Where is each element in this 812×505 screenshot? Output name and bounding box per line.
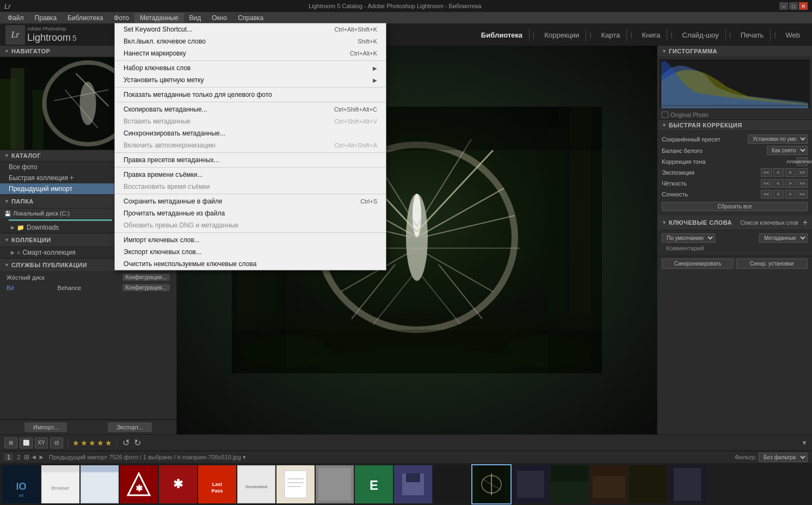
- exposure-inc[interactable]: >: [785, 168, 796, 177]
- filmstrip-thumb-3[interactable]: [81, 465, 119, 503]
- filmstrip-thumb-7[interactable]: Screenshot: [237, 465, 275, 503]
- loupe-view-button[interactable]: ⬜: [20, 438, 33, 448]
- module-library[interactable]: Библиотека: [475, 29, 530, 41]
- filmstrip-thumb-5[interactable]: ✱: [159, 465, 197, 503]
- clarity-inc-inc[interactable]: >>: [797, 179, 808, 188]
- grid-view-button[interactable]: ⊞: [4, 438, 17, 448]
- filter-select[interactable]: Без фильтра: [759, 453, 808, 462]
- exposure-inc-inc[interactable]: >>: [797, 168, 808, 177]
- rotate-right-button[interactable]: ↻: [134, 438, 141, 448]
- dd-toggle-keyword[interactable]: Вкл./выкл. ключевое слово Shift+K: [115, 35, 386, 47]
- dd-paint-keyword[interactable]: Нанести маркировку Ctrl+Alt+K: [115, 47, 386, 59]
- filmstrip-thumb-17[interactable]: [629, 465, 667, 503]
- filmstrip-thumb-10[interactable]: E: [355, 465, 393, 503]
- star-4[interactable]: ★: [97, 439, 104, 447]
- sync-button[interactable]: Синхронизировать: [662, 258, 734, 269]
- sync-settings-button[interactable]: Синхр. установки: [736, 258, 808, 269]
- menu-photo[interactable]: Фото: [108, 13, 134, 23]
- page-2-btn[interactable]: 2: [14, 453, 23, 461]
- compare-view-button[interactable]: XY: [35, 438, 48, 448]
- star-1[interactable]: ★: [72, 439, 79, 447]
- star-2[interactable]: ★: [81, 439, 88, 447]
- filmstrip-thumb-1[interactable]: IObit: [2, 465, 40, 503]
- original-photo-checkbox[interactable]: [662, 112, 668, 118]
- dd-read-metadata[interactable]: Прочитать метаданные из файла: [115, 207, 386, 219]
- exposure-dec[interactable]: <: [773, 168, 784, 177]
- dd-sync-metadata[interactable]: Синхронизировать метаданные...: [115, 127, 386, 139]
- filmstrip-thumb-6[interactable]: LastPass: [198, 465, 236, 503]
- filmstrip-nav-prev[interactable]: ◄: [30, 453, 37, 461]
- filmstrip-thumb-18[interactable]: [668, 465, 706, 503]
- keywords-header[interactable]: ▼ Ключевые слова Список ключевых слов +: [657, 215, 812, 230]
- dd-save-metadata[interactable]: Сохранить метаданные в файле Ctrl+S: [115, 195, 386, 207]
- dd-edit-capture-time[interactable]: Правка времени съёмки...: [115, 169, 386, 181]
- tone-auto-btn[interactable]: Атоматически: [797, 157, 808, 166]
- dd-edit-presets[interactable]: Правка пресетов метаданных...: [115, 154, 386, 166]
- menu-metadata[interactable]: Метаданные: [134, 13, 184, 23]
- menu-help[interactable]: Справка: [232, 13, 269, 23]
- vibrance-inc[interactable]: >: [785, 190, 796, 199]
- import-button[interactable]: Импорт...: [24, 422, 67, 432]
- module-print[interactable]: Печать: [734, 29, 771, 41]
- clarity-inc[interactable]: >: [785, 179, 796, 188]
- filmstrip-thumb-16[interactable]: [590, 465, 628, 503]
- filmstrip-prev-page[interactable]: ⊞: [24, 453, 29, 461]
- module-web[interactable]: Web: [779, 29, 807, 41]
- filmstrip-thumb-4[interactable]: ✱: [120, 465, 158, 503]
- filmstrip-thumb-13[interactable]: [472, 465, 510, 503]
- quick-develop-header[interactable]: ▼ Быстрая коррекция: [657, 120, 812, 131]
- minimize-button[interactable]: –: [779, 2, 788, 10]
- menu-window[interactable]: Окно: [206, 13, 232, 23]
- filmstrip-thumb-8[interactable]: [276, 465, 315, 503]
- dd-show-target-meta[interactable]: Показать метаданные только для целевого …: [115, 89, 386, 101]
- filmstrip-thumb-2[interactable]: Browser: [41, 465, 79, 503]
- menu-library[interactable]: Библиотека: [62, 13, 108, 23]
- clarity-dec-dec[interactable]: <<: [761, 179, 772, 188]
- menu-view[interactable]: Вид: [184, 13, 207, 23]
- keywords-list-link[interactable]: Список ключевых слов: [740, 220, 798, 226]
- wb-select[interactable]: Как снято: [767, 146, 808, 155]
- filmstrip-nav-next[interactable]: ►: [38, 453, 45, 461]
- dd-keyword-sets[interactable]: Набор ключевых слов ▶: [115, 62, 386, 74]
- add-keyword-button[interactable]: +: [803, 218, 808, 227]
- star-3[interactable]: ★: [89, 439, 96, 447]
- saved-preset-select[interactable]: Установки по умо...: [748, 134, 808, 144]
- star-5[interactable]: ★: [105, 439, 112, 447]
- service-behance-config[interactable]: Конфигурация...: [122, 284, 170, 291]
- dd-purge-keywords[interactable]: Очистить неиспользуемые ключевые слова: [115, 258, 386, 270]
- vibrance-dec-dec[interactable]: <<: [761, 190, 772, 199]
- service-harddisk-config[interactable]: Конфигурация...: [122, 274, 170, 281]
- clarity-dec[interactable]: <: [773, 179, 784, 188]
- service-harddisk[interactable]: Жёсткий диск Конфигурация...: [0, 272, 176, 282]
- toolbar-chevron[interactable]: ▼: [801, 439, 808, 447]
- filmstrip-thumb-15[interactable]: [551, 465, 589, 503]
- module-map[interactable]: Карта: [595, 29, 628, 41]
- reset-all-button[interactable]: Сбросить все: [662, 202, 808, 211]
- close-button[interactable]: ✕: [799, 2, 808, 10]
- keyword-default-select[interactable]: По умолчанию: [662, 233, 715, 243]
- histogram-header[interactable]: ▼ Гистограмма: [657, 46, 812, 57]
- service-behance[interactable]: Bē Behance Конфигурация...: [0, 282, 176, 293]
- rotate-left-button[interactable]: ↺: [122, 438, 130, 448]
- module-slideshow[interactable]: Слайд-шоу: [675, 29, 725, 41]
- survey-view-button[interactable]: ⊟: [50, 438, 63, 448]
- page-1-btn[interactable]: 1: [4, 453, 13, 461]
- dd-set-keyword-shortcut[interactable]: Set Keyword Shortcut... Ctrl+Alt+Shift+K: [115, 23, 386, 35]
- dd-color-label[interactable]: Установить цветную метку ▶: [115, 74, 386, 86]
- module-develop[interactable]: Коррекции: [538, 29, 586, 41]
- dd-import-keywords[interactable]: Импорт ключевых слов...: [115, 234, 386, 246]
- maximize-button[interactable]: □: [789, 2, 798, 10]
- filmstrip-thumb-9[interactable]: [316, 465, 354, 503]
- menu-file[interactable]: Файл: [2, 13, 29, 23]
- vibrance-dec[interactable]: <: [773, 190, 784, 199]
- vibrance-inc-inc[interactable]: >>: [797, 190, 808, 199]
- metadata-select[interactable]: Метаданные: [759, 233, 808, 243]
- module-book[interactable]: Книга: [635, 29, 667, 41]
- dd-copy-metadata[interactable]: Скопировать метаданные... Ctrl+Shift+Alt…: [115, 103, 386, 115]
- exposure-dec-dec[interactable]: <<: [761, 168, 772, 177]
- filmstrip-thumb-14[interactable]: [512, 465, 550, 503]
- filmstrip-thumb-11[interactable]: [394, 465, 432, 503]
- filmstrip-thumb-12[interactable]: [433, 465, 471, 503]
- dd-export-keywords[interactable]: Экспорт ключевых слов...: [115, 246, 386, 258]
- menu-edit[interactable]: Правка: [29, 13, 63, 23]
